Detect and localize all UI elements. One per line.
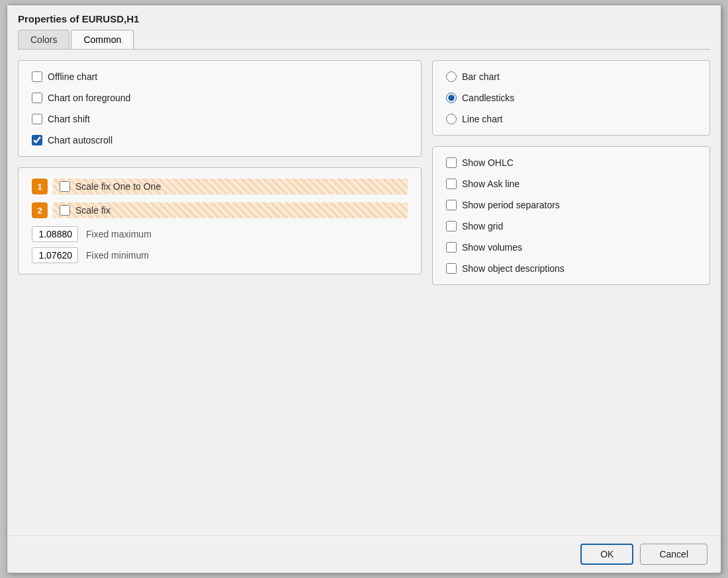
chart-shift-row: Chart shift: [32, 114, 408, 124]
candlesticks-label[interactable]: Candlesticks: [462, 93, 514, 103]
right-panel: Bar chart Candlesticks Line chart Show O…: [432, 60, 710, 524]
chart-autoscroll-checkbox[interactable]: [32, 135, 42, 145]
scale-fix-label[interactable]: Scale fix: [75, 205, 111, 216]
scale-options-group: 1 Scale fix One to One 2 Scale fix 1.088…: [18, 167, 422, 274]
bar-chart-row: Bar chart: [446, 71, 696, 82]
fixed-minimum-row: 1.07620 Fixed minimum: [32, 247, 408, 263]
scale-fix-checkbox[interactable]: [60, 205, 70, 216]
badge-1: 1: [32, 179, 48, 194]
show-ask-line-row: Show Ask line: [446, 179, 696, 189]
ok-button[interactable]: OK: [580, 544, 633, 565]
fixed-minimum-label: Fixed minimum: [86, 250, 149, 261]
chart-options-group: Offline chart Chart on foreground Chart …: [18, 60, 422, 157]
cancel-button[interactable]: Cancel: [640, 544, 707, 565]
fixed-minimum-value: 1.07620: [32, 247, 78, 263]
tab-common[interactable]: Common: [71, 30, 134, 49]
show-volumes-label[interactable]: Show volumes: [462, 242, 522, 253]
badge-2: 2: [32, 202, 48, 218]
properties-dialog: Properties of EURUSD,H1 Colors Common Of…: [7, 5, 721, 573]
chart-foreground-checkbox[interactable]: [32, 93, 42, 103]
scale-fix-one-label[interactable]: Scale fix One to One: [75, 181, 161, 192]
show-ohlc-checkbox[interactable]: [446, 157, 457, 168]
offline-chart-row: Offline chart: [32, 71, 408, 82]
show-object-descriptions-checkbox[interactable]: [446, 263, 457, 274]
show-ohlc-row: Show OHLC: [446, 157, 696, 168]
tab-colors[interactable]: Colors: [18, 30, 69, 49]
line-chart-row: Line chart: [446, 114, 696, 124]
candlesticks-row: Candlesticks: [446, 93, 696, 103]
show-object-descriptions-label[interactable]: Show object descriptions: [462, 263, 565, 274]
chart-shift-checkbox[interactable]: [32, 114, 42, 124]
line-chart-label[interactable]: Line chart: [462, 114, 502, 124]
show-volumes-row: Show volumes: [446, 242, 696, 253]
scale-fix-one-row: 1 Scale fix One to One: [32, 179, 408, 194]
fixed-maximum-row: 1.08880 Fixed maximum: [32, 226, 408, 242]
show-period-separators-row: Show period separators: [446, 200, 696, 210]
show-object-descriptions-row: Show object descriptions: [446, 263, 696, 274]
scale-fix-row: 2 Scale fix: [32, 202, 408, 218]
show-period-separators-label[interactable]: Show period separators: [462, 200, 560, 210]
display-options-group: Show OHLC Show Ask line Show period sepa…: [432, 146, 710, 285]
chart-foreground-label[interactable]: Chart on foreground: [48, 93, 130, 103]
dialog-footer: OK Cancel: [7, 535, 721, 573]
bar-chart-label[interactable]: Bar chart: [462, 71, 500, 82]
show-ask-line-label[interactable]: Show Ask line: [462, 179, 520, 189]
left-panel: Offline chart Chart on foreground Chart …: [18, 60, 422, 524]
content-area: Offline chart Chart on foreground Chart …: [7, 50, 721, 535]
scale-fix-one-checkbox[interactable]: [60, 181, 70, 192]
show-grid-row: Show grid: [446, 221, 696, 231]
chart-shift-label[interactable]: Chart shift: [48, 114, 90, 124]
candlesticks-radio[interactable]: [446, 93, 457, 103]
fixed-maximum-label: Fixed maximum: [86, 229, 152, 239]
show-period-separators-checkbox[interactable]: [446, 200, 457, 210]
chart-autoscroll-row: Chart autoscroll: [32, 135, 408, 145]
chart-type-group: Bar chart Candlesticks Line chart: [432, 60, 710, 136]
tab-bar: Colors Common: [7, 24, 721, 49]
scale-fix-striped: Scale fix: [53, 202, 408, 218]
fixed-maximum-value: 1.08880: [32, 226, 78, 242]
offline-chart-checkbox[interactable]: [32, 71, 42, 82]
show-grid-label[interactable]: Show grid: [462, 221, 503, 231]
offline-chart-label[interactable]: Offline chart: [48, 71, 97, 82]
show-ask-line-checkbox[interactable]: [446, 179, 457, 189]
chart-foreground-row: Chart on foreground: [32, 93, 408, 103]
chart-autoscroll-label[interactable]: Chart autoscroll: [48, 135, 113, 145]
show-volumes-checkbox[interactable]: [446, 242, 457, 253]
line-chart-radio[interactable]: [446, 114, 457, 124]
show-ohlc-label[interactable]: Show OHLC: [462, 157, 514, 168]
dialog-title: Properties of EURUSD,H1: [7, 5, 721, 24]
bar-chart-radio[interactable]: [446, 71, 457, 82]
scale-fix-one-striped: Scale fix One to One: [53, 179, 408, 194]
show-grid-checkbox[interactable]: [446, 221, 457, 231]
